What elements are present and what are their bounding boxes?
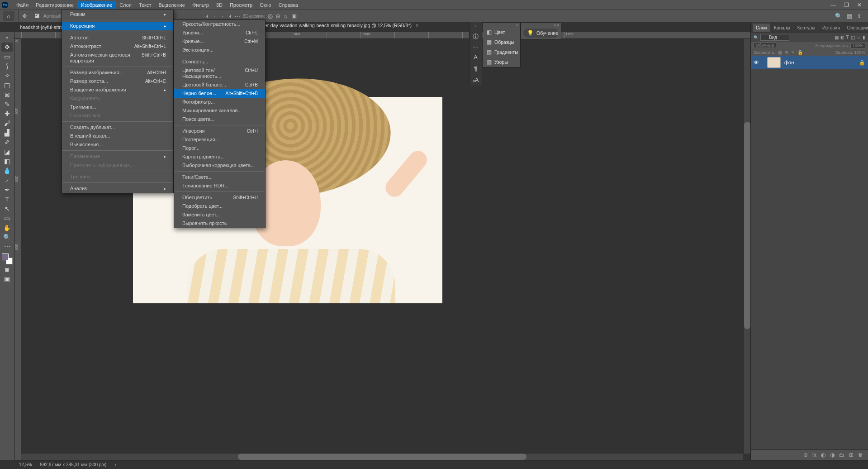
new-layer-icon[interactable]: ⊞: [849, 452, 854, 458]
align-icon[interactable]: ⫞: [205, 13, 209, 19]
align-icon[interactable]: ⫞: [228, 13, 232, 19]
menu-item[interactable]: Вычисления...: [62, 140, 173, 149]
panel-tab[interactable]: Слои: [753, 24, 770, 32]
menu-item[interactable]: Создать дубликат...: [62, 123, 173, 132]
lock-pixels-icon[interactable]: ▦: [778, 50, 782, 55]
menu-item-слои[interactable]: Слои: [116, 1, 135, 9]
eyedropper-tool[interactable]: ✎: [1, 100, 13, 109]
orbit-icon[interactable]: ◎: [268, 13, 273, 19]
align-icon[interactable]: ⫠: [211, 13, 217, 19]
filter-kind-select[interactable]: Вид: [760, 34, 789, 41]
menu-item-просмотр[interactable]: Просмотр: [226, 1, 256, 9]
menu-item[interactable]: Тримминг...: [62, 103, 173, 111]
marquee-tool[interactable]: ▭: [1, 52, 13, 61]
expand-icon[interactable]: ›: [114, 462, 116, 467]
camera-icon[interactable]: ▣: [291, 13, 297, 19]
type-tool[interactable]: T: [1, 195, 13, 204]
menu-item-файл[interactable]: Файл: [13, 1, 32, 9]
menu-item[interactable]: Выборочная коррекция цвета...: [174, 161, 265, 170]
crop-tool[interactable]: ◫: [1, 81, 13, 90]
menu-item-изображение[interactable]: Изображение: [77, 1, 116, 9]
menu-item[interactable]: Автоматическая цветовая коррекцияShift+C…: [62, 51, 173, 65]
lasso-tool[interactable]: ⟆: [1, 62, 13, 71]
panel-button[interactable]: ▦Образцы: [483, 37, 520, 47]
panel-button[interactable]: ▥Узоры: [483, 57, 520, 67]
hand-tool[interactable]: ✋: [1, 223, 13, 232]
menu-item[interactable]: Фотофильтр...: [174, 98, 265, 106]
menu-item[interactable]: Тени/Света...: [174, 173, 265, 182]
filter-toggle[interactable]: ▮: [863, 35, 865, 40]
layer-row[interactable]: 👁 фон 🔒: [751, 56, 868, 69]
menu-item[interactable]: Тонирование HDR...: [174, 182, 265, 190]
panel-tab[interactable]: Операции: [844, 24, 868, 32]
v-scrollbar[interactable]: [744, 39, 750, 454]
tab-close-icon[interactable]: ×: [416, 23, 418, 28]
menu-item[interactable]: Цветовой тон/Насыщенность...Ctrl+U: [174, 66, 265, 81]
visibility-icon[interactable]: 👁: [754, 59, 759, 66]
mask-mode-icon[interactable]: ◙: [1, 265, 13, 274]
menu-item[interactable]: Экспозиция...: [174, 46, 265, 54]
zoom-level[interactable]: 12,5%: [19, 462, 32, 467]
panel-tab[interactable]: История: [819, 24, 843, 32]
wand-tool[interactable]: ✧: [1, 71, 13, 80]
toolbar-collapse-icon[interactable]: »: [1, 33, 13, 42]
shape-tool[interactable]: ▭: [1, 214, 13, 223]
menu-item[interactable]: Цветовой баланс...Ctrl+B: [174, 81, 265, 89]
eraser-tool[interactable]: ◪: [1, 147, 13, 156]
blend-mode-select[interactable]: Обычные: [754, 43, 776, 48]
char-panel-icon[interactable]: A: [474, 54, 478, 61]
frame-tool[interactable]: ⊠: [1, 90, 13, 99]
heal-tool[interactable]: ✚: [1, 109, 13, 118]
stamp-tool[interactable]: ▟: [1, 128, 13, 137]
menu-item[interactable]: Коррекция▸: [62, 22, 173, 30]
menu-item-редактирование[interactable]: Редактирование: [32, 1, 77, 9]
filter-icon[interactable]: ◐: [840, 35, 844, 40]
menu-item[interactable]: Яркость/Контрастность...: [174, 20, 265, 29]
menu-item-3d[interactable]: 3D: [213, 1, 226, 9]
filter-icon[interactable]: T: [846, 35, 849, 40]
lock-fill-icon[interactable]: ✎: [791, 50, 795, 55]
menu-item[interactable]: Постеризация...: [174, 135, 265, 144]
menu-item[interactable]: Поиск цвета...: [174, 115, 265, 124]
pan-icon[interactable]: ⊕: [275, 13, 280, 19]
menu-item[interactable]: Заменить цвет...: [174, 211, 265, 219]
history-brush-tool[interactable]: ✐: [1, 138, 13, 147]
trash-icon[interactable]: 🗑: [858, 452, 863, 458]
menu-item[interactable]: ИнверсияCtrl+I: [174, 127, 265, 135]
lock-position-icon[interactable]: ✥: [785, 50, 788, 55]
filter-icon[interactable]: ◫: [851, 35, 855, 40]
filter-icon[interactable]: ☼: [857, 35, 861, 40]
home-button[interactable]: ⌂: [3, 11, 14, 21]
color-swatches[interactable]: [2, 254, 13, 264]
pen-tool[interactable]: ✒: [1, 185, 13, 194]
panel-button[interactable]: ◧Цвет: [483, 27, 520, 37]
panel-button[interactable]: ▤Градиенты: [483, 47, 520, 57]
more-icon[interactable]: ⋯: [234, 13, 240, 19]
menu-item[interactable]: АвтотонShift+Ctrl+L: [62, 34, 173, 42]
menu-item[interactable]: Размер холста...Alt+Ctrl+C: [62, 77, 173, 86]
menu-item[interactable]: Внешний канал...: [62, 132, 173, 140]
menu-item-фильтр[interactable]: Фильтр: [189, 1, 213, 9]
menu-item[interactable]: Сочность...: [174, 57, 265, 66]
minimize-icon[interactable]: —: [830, 2, 836, 8]
menu-item-справка[interactable]: Справка: [275, 1, 302, 9]
paragraph-panel-icon[interactable]: ¶: [474, 65, 477, 72]
fx-icon[interactable]: fx: [812, 452, 816, 458]
link-layers-icon[interactable]: ⊘: [803, 452, 808, 458]
zoom-tool[interactable]: 🔍: [1, 233, 13, 242]
menu-item[interactable]: АвтоконтрастAlt+Shift+Ctrl+L: [62, 42, 173, 51]
screen-mode-icon[interactable]: ▣: [1, 274, 13, 283]
menu-item[interactable]: Вращение изображения▸: [62, 86, 173, 94]
menu-item[interactable]: Микширование каналов...: [174, 106, 265, 115]
menu-item[interactable]: Анализ▸: [62, 184, 173, 193]
search-icon[interactable]: 🔍: [835, 13, 842, 19]
workspace-icon[interactable]: ▦: [847, 13, 852, 19]
mask-icon[interactable]: ◐: [821, 452, 825, 458]
menu-item[interactable]: Выровнять яркость: [174, 219, 265, 228]
menu-item[interactable]: Размер изображения...Alt+Ctrl+I: [62, 68, 173, 77]
menu-item[interactable]: Карта градиента...: [174, 153, 265, 161]
menu-item[interactable]: ОбесцветитьShift+Ctrl+U: [174, 193, 265, 202]
maximize-icon[interactable]: ❐: [844, 2, 849, 8]
blur-tool[interactable]: 💧: [1, 166, 13, 175]
panel-tab[interactable]: Контуры: [794, 24, 818, 32]
